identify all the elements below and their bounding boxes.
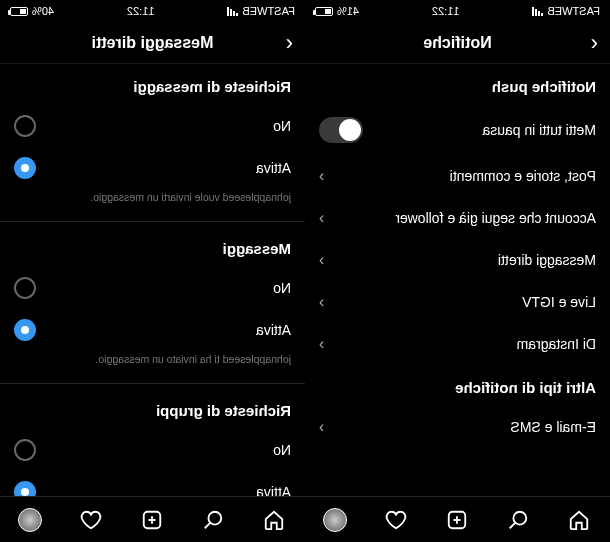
phone-messaggi-diretti: FASTWEB 11:22 40% ‹ Messaggi diretti Ric…: [0, 0, 305, 542]
row-di-instagram[interactable]: Di Instagram ›: [305, 323, 610, 365]
page-header: ‹ Notifiche: [305, 22, 610, 64]
chevron-right-icon: ›: [319, 167, 324, 185]
heart-icon[interactable]: [80, 508, 104, 532]
row-messaggi-diretti[interactable]: Messaggi diretti ›: [305, 239, 610, 281]
chevron-right-icon: ›: [319, 293, 324, 311]
option-label: No: [273, 280, 291, 296]
row-post-storie[interactable]: Post, storie e commenti ›: [305, 155, 610, 197]
back-icon[interactable]: ‹: [591, 30, 598, 56]
section-push: Notifiche push: [305, 64, 610, 105]
row-label: Metti tutti in pausa: [363, 122, 596, 138]
hint-text: johnappleseed vuole inviarti un messaggi…: [0, 189, 305, 217]
row-label: Di Instagram: [324, 336, 596, 352]
chevron-right-icon: ›: [319, 251, 324, 269]
radio-off[interactable]: [14, 115, 36, 137]
svg-point-0: [514, 511, 527, 524]
option-label: No: [273, 118, 291, 134]
content-scroll[interactable]: Richieste di messaggi No Attiva johnappl…: [0, 64, 305, 542]
chevron-right-icon: ›: [319, 335, 324, 353]
search-icon[interactable]: [507, 508, 531, 532]
hint-text: johnappleseed ti ha inviato un messaggio…: [0, 351, 305, 379]
content-scroll[interactable]: Notifiche push Metti tutti in pausa Post…: [305, 64, 610, 542]
signal-icon: [532, 7, 543, 16]
radio-row-no[interactable]: No: [0, 105, 305, 147]
radio-on[interactable]: [14, 319, 36, 341]
divider: [0, 383, 305, 384]
radio-row-attiva[interactable]: Attiva: [0, 147, 305, 189]
add-post-icon[interactable]: [141, 508, 165, 532]
radio-row-no[interactable]: No: [0, 429, 305, 471]
row-label: Account che segui già e follower: [324, 210, 596, 226]
page-header: ‹ Messaggi diretti: [0, 22, 305, 64]
row-label: E-mail e SMS: [324, 419, 596, 435]
svg-line-6: [205, 522, 211, 528]
toggle-pause-all[interactable]: [319, 117, 363, 143]
section-messaggi: Messaggi: [0, 226, 305, 267]
option-label: No: [273, 442, 291, 458]
carrier-label: FASTWEB: [547, 5, 600, 17]
tab-bar: [305, 496, 610, 542]
carrier-label: FASTWEB: [242, 5, 295, 17]
battery-pct: 41%: [337, 5, 359, 17]
section-richieste-messaggi: Richieste di messaggi: [0, 64, 305, 105]
row-pause-all[interactable]: Metti tutti in pausa: [305, 105, 610, 155]
add-post-icon[interactable]: [446, 508, 470, 532]
row-live-igtv[interactable]: Live e IGTV ›: [305, 281, 610, 323]
option-label: Attiva: [256, 322, 291, 338]
page-title: Messaggi diretti: [0, 34, 305, 52]
signal-icon: [227, 7, 238, 16]
home-icon[interactable]: [568, 508, 592, 532]
phone-notifiche: FASTWEB 11:22 41% ‹ Notifiche Notifiche …: [305, 0, 610, 542]
radio-row-no[interactable]: No: [0, 267, 305, 309]
radio-off[interactable]: [14, 439, 36, 461]
row-label: Live e IGTV: [324, 294, 596, 310]
heart-icon[interactable]: [385, 508, 409, 532]
back-icon[interactable]: ‹: [286, 30, 293, 56]
page-title: Notifiche: [305, 34, 610, 52]
status-bar: FASTWEB 11:22 41%: [305, 0, 610, 22]
chevron-right-icon: ›: [319, 418, 324, 436]
profile-avatar[interactable]: [19, 508, 43, 532]
status-bar: FASTWEB 11:22 40%: [0, 0, 305, 22]
radio-on[interactable]: [14, 157, 36, 179]
svg-line-1: [510, 522, 516, 528]
search-icon[interactable]: [202, 508, 226, 532]
section-other: Altri tipi di notifiche: [305, 365, 610, 406]
chevron-right-icon: ›: [319, 209, 324, 227]
home-icon[interactable]: [263, 508, 287, 532]
radio-row-attiva[interactable]: Attiva: [0, 309, 305, 351]
row-label: Post, storie e commenti: [324, 168, 596, 184]
battery-icon: [315, 7, 333, 16]
divider: [0, 221, 305, 222]
battery-icon: [10, 7, 28, 16]
section-richieste-gruppi: Richieste di gruppi: [0, 388, 305, 429]
clock: 11:22: [127, 5, 155, 17]
radio-off[interactable]: [14, 277, 36, 299]
row-email-sms[interactable]: E-mail e SMS ›: [305, 406, 610, 448]
option-label: Attiva: [256, 160, 291, 176]
tab-bar: [0, 496, 305, 542]
profile-avatar[interactable]: [324, 508, 348, 532]
battery-pct: 40%: [32, 5, 54, 17]
row-account-follower[interactable]: Account che segui già e follower ›: [305, 197, 610, 239]
svg-point-5: [209, 511, 222, 524]
row-label: Messaggi diretti: [324, 252, 596, 268]
clock: 11:22: [432, 5, 460, 17]
